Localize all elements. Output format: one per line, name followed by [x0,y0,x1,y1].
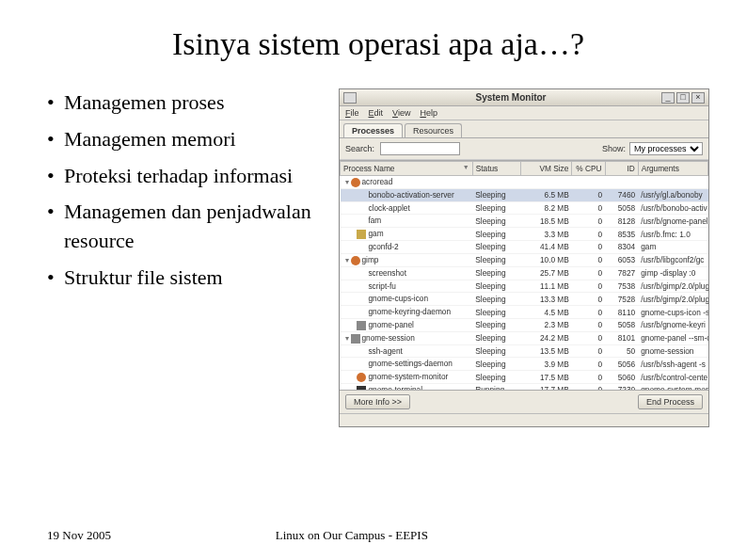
process-icon [357,373,366,382]
footer-title: Linux on Our Campus - EEPIS [276,528,428,543]
table-row[interactable]: famSleeping18.5 MB08128/usr/b/gnome-pane… [341,215,708,228]
table-row[interactable]: clock-appletSleeping8.2 MB05058/usr/b/bo… [341,201,708,215]
system-monitor-window: System Monitor _ □ × File Edit View Help… [339,88,709,427]
menu-bar: File Edit View Help [340,106,708,120]
process-icon [357,281,366,291]
maximize-icon[interactable]: □ [676,92,690,104]
table-row[interactable]: ▾gimpSleeping10.0 MB06053/usr/b/libgconf… [341,253,708,266]
process-icon [357,269,366,279]
window-menu-icon[interactable] [343,92,357,104]
table-row[interactable]: gnome-panelSleeping2.3 MB05058/usr/b/gno… [341,318,708,331]
menu-view[interactable]: View [392,108,410,118]
status-bar [340,413,708,426]
table-row[interactable]: ssh-agentSleeping13.5 MB050gnome-session [341,344,708,358]
table-row[interactable]: gnome-terminalRunning17.7 MB07230gnome-s… [341,384,708,392]
table-row[interactable]: ▾gnome-sessionSleeping24.2 MB08101gnome-… [341,331,708,344]
process-table: Process Name▼ Status VM Size % CPU ID Ar… [340,161,708,391]
menu-edit[interactable]: Edit [369,108,384,118]
table-row[interactable]: gnome-cups-iconSleeping13.3 MB07528/usr/… [341,293,708,306]
table-row[interactable]: script-fuSleeping11.1 MB07538/usr/b/gimp… [341,280,708,293]
more-info-button[interactable]: More Info >> [345,394,410,409]
col-process-name[interactable]: Process Name▼ [341,162,473,176]
table-row[interactable]: bonobo-activation-serverSleeping6.5 MB07… [341,188,708,201]
show-label: Show: [602,144,626,153]
bullet-item: Proteksi terhadap informasi [47,162,329,191]
table-row[interactable]: screenshotSleeping25.7 MB07827gimp -disp… [341,266,708,280]
bullet-item: Managemen memori [47,125,329,154]
tab-resources[interactable]: Resources [405,123,462,137]
process-icon [357,203,366,213]
search-label: Search: [345,144,374,153]
bullet-list: Managemen proses Managemen memori Protek… [47,88,329,427]
minimize-icon[interactable]: _ [661,92,675,104]
end-process-button[interactable]: End Process [638,394,703,409]
menu-file[interactable]: File [345,108,359,118]
col-arguments[interactable]: Arguments [638,162,707,176]
table-row[interactable]: gnome-system-monitorSleeping17.5 MB05060… [341,371,708,384]
col-cpu[interactable]: % CPU [572,162,605,176]
table-row[interactable]: gnome-keyring-daemonSleeping4.5 MB08110g… [341,306,708,319]
search-input[interactable] [380,142,460,155]
window-title: System Monitor [360,92,661,103]
window-titlebar[interactable]: System Monitor _ □ × [340,89,708,106]
process-icon [357,295,366,304]
col-vm-size[interactable]: VM Size [520,162,572,176]
process-icon [351,256,360,265]
tab-bar: Processes Resources [340,120,708,138]
footer-date: 19 Nov 2005 [47,528,111,543]
process-icon [351,178,360,187]
bullet-item: Managemen dan penjadwalan resource [47,198,329,256]
table-row[interactable]: gconfd-2Sleeping41.4 MB08304gam [341,241,708,254]
process-icon [357,243,366,252]
close-icon[interactable]: × [691,92,705,104]
process-icon [357,346,366,356]
slide-title: Isinya sistem operasi apa aja…? [47,26,709,62]
process-icon [357,308,366,317]
process-icon [357,230,366,239]
table-row[interactable]: gnome-settings-daemonSleeping3.9 MB05056… [341,358,708,371]
col-status[interactable]: Status [472,162,520,176]
menu-help[interactable]: Help [420,108,437,118]
col-id[interactable]: ID [605,162,638,176]
process-icon [357,321,366,330]
table-row[interactable]: ▾acroread [341,176,708,189]
process-icon [357,191,366,200]
tab-processes[interactable]: Processes [343,123,403,137]
process-icon [357,216,366,226]
bullet-item: Struktur file sistem [47,264,329,293]
show-dropdown[interactable]: My processes [629,142,703,155]
bullet-item: Managemen proses [47,88,329,118]
table-row[interactable]: gamSleeping3.3 MB08535/usr/b.fmc: 1.0 [341,228,708,241]
process-icon [351,334,360,344]
process-icon [357,360,366,369]
